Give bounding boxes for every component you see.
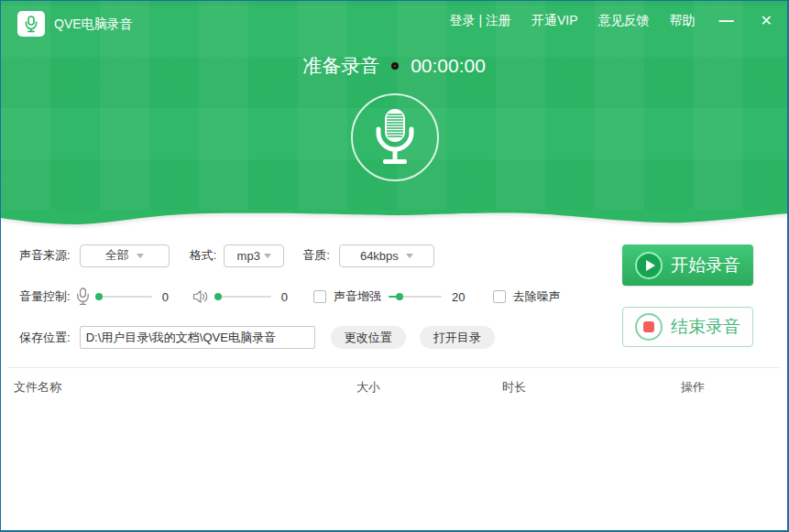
mic-volume-slider[interactable]	[95, 292, 152, 301]
vip-link[interactable]: 开通VIP	[531, 13, 578, 29]
chevron-down-icon	[406, 254, 413, 258]
format-select[interactable]: mp3	[224, 244, 284, 267]
source-label: 声音来源:	[19, 247, 71, 264]
speaker-volume-value: 0	[281, 290, 288, 304]
mic-volume-value: 0	[162, 290, 169, 304]
save-path-input[interactable]	[80, 326, 315, 349]
recording-timer: 00:00:00	[411, 55, 486, 77]
recording-dot-icon	[391, 62, 399, 70]
chevron-down-icon	[264, 254, 271, 258]
denoise-label: 去除噪声	[513, 288, 561, 305]
column-header-size: 大小	[356, 379, 380, 396]
play-icon	[635, 252, 663, 279]
start-recording-label: 开始录音	[671, 254, 740, 277]
stop-recording-label: 结束录音	[671, 315, 740, 339]
enhance-checkbox[interactable]	[313, 290, 326, 303]
app-logo	[17, 11, 45, 37]
recording-status-row: 准备录音 00:00:00	[1, 53, 787, 79]
slider-thumb[interactable]	[214, 293, 222, 300]
wave-edge	[1, 210, 789, 230]
enhance-label: 声音增强	[334, 288, 381, 305]
quality-label: 音质:	[302, 247, 330, 264]
column-header-duration: 时长	[502, 379, 526, 396]
file-table-header: 文件名称 大小 时长 操作	[1, 377, 787, 397]
speaker-volume-icon	[192, 289, 209, 304]
settings-row-1: 声音来源: 全部 格式: mp3 音质: 64kbps	[19, 244, 434, 267]
source-value: 全部	[105, 247, 129, 264]
slider-track	[214, 296, 271, 298]
file-list-empty-area	[1, 398, 787, 530]
volume-label: 音量控制:	[19, 288, 71, 305]
login-register-link[interactable]: 登录 | 注册	[450, 13, 511, 29]
microphone-logo-icon	[25, 16, 38, 33]
app-title: QVE电脑录音	[54, 16, 133, 33]
enhance-slider[interactable]	[389, 292, 442, 301]
settings-row-3: 保存位置: 更改位置 打开目录	[19, 325, 495, 350]
slider-track	[95, 296, 152, 298]
close-button[interactable]: ✕	[757, 12, 776, 30]
feedback-link[interactable]: 意见反馈	[598, 13, 650, 29]
source-select[interactable]: 全部	[80, 244, 170, 267]
speaker-volume-slider[interactable]	[214, 292, 271, 301]
app-window: QVE电脑录音 登录 | 注册 开通VIP 意见反馈 帮助 — ✕ 准备录音 0…	[0, 0, 789, 532]
microphone-icon	[367, 107, 422, 168]
format-label: 格式:	[190, 247, 217, 264]
slider-thumb[interactable]	[396, 293, 403, 300]
settings-row-2: 音量控制: 0 0 声音增强 20 去除噪声	[19, 285, 561, 309]
recording-status-text: 准备录音	[302, 53, 379, 79]
start-recording-button[interactable]: 开始录音	[622, 244, 753, 286]
quality-select[interactable]: 64kbps	[339, 244, 434, 267]
minimize-button[interactable]: —	[716, 12, 737, 30]
format-value: mp3	[237, 249, 260, 263]
slider-thumb[interactable]	[95, 293, 103, 300]
column-header-action: 操作	[681, 379, 705, 396]
chevron-down-icon	[137, 254, 144, 258]
help-link[interactable]: 帮助	[670, 13, 696, 29]
mic-volume-icon	[76, 288, 90, 306]
table-divider	[8, 367, 780, 368]
titlebar: QVE电脑录音 登录 | 注册 开通VIP 意见反馈 帮助 — ✕	[1, 1, 787, 41]
titlebar-menu: 登录 | 注册 开通VIP 意见反馈 帮助 — ✕	[450, 1, 776, 41]
change-location-button[interactable]: 更改位置	[331, 326, 406, 349]
save-location-label: 保存位置:	[19, 330, 71, 346]
column-header-filename: 文件名称	[14, 379, 61, 396]
stop-recording-button[interactable]: 结束录音	[622, 307, 753, 347]
enhance-value: 20	[452, 290, 465, 304]
microphone-emblem	[351, 93, 439, 181]
stop-icon	[635, 313, 663, 341]
quality-value: 64kbps	[360, 249, 399, 263]
open-directory-button[interactable]: 打开目录	[420, 326, 495, 349]
denoise-checkbox[interactable]	[493, 290, 506, 303]
